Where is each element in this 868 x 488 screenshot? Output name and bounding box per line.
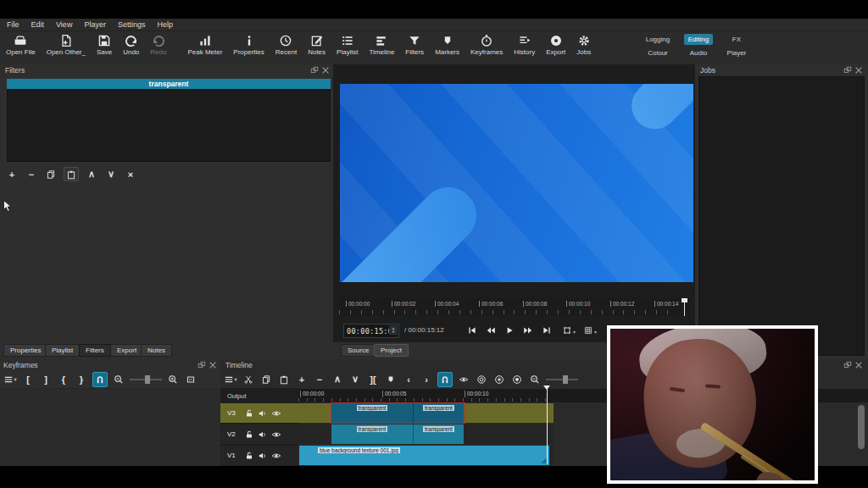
filters-button[interactable]: Filters	[403, 33, 426, 57]
timeline-button[interactable]: Timeline	[366, 33, 397, 57]
layout-editing-button[interactable]: Editing	[684, 34, 713, 45]
keyframes-snap-button[interactable]	[92, 372, 108, 387]
output-track-label[interactable]: Output	[227, 392, 247, 400]
append-button[interactable]: +	[295, 373, 309, 386]
ripple-markers-button[interactable]	[510, 373, 524, 386]
remove-filter-button[interactable]: −	[25, 168, 38, 180]
ripple-delete-button[interactable]: −	[313, 373, 326, 386]
player-ruler[interactable]: 00:00:00 00:00:02 00:00:04 00:00:06 00:0…	[339, 298, 689, 316]
track-head-v3[interactable]: V3	[220, 403, 298, 423]
skip-start-button[interactable]	[465, 323, 480, 338]
overwrite-button[interactable]: ∨	[348, 373, 362, 386]
close-panel-icon[interactable]	[854, 361, 863, 369]
layout-logging-button[interactable]: Logging	[642, 34, 674, 45]
split-button[interactable]: ][	[366, 373, 380, 386]
set-filter-start-button[interactable]: [	[21, 373, 35, 386]
cut-button[interactable]	[242, 373, 255, 386]
keyframes-zoom-in-button[interactable]	[166, 373, 180, 386]
paste-button[interactable]	[277, 373, 291, 386]
keyframes-zoom-out-button[interactable]	[112, 373, 125, 386]
rewind-button[interactable]	[483, 323, 498, 338]
keyframes-zoom-fit-button[interactable]	[184, 373, 198, 386]
hide-eye-icon[interactable]	[271, 451, 281, 461]
layout-player-button[interactable]: Player	[723, 47, 751, 58]
timeline-zoom-out-button[interactable]	[528, 373, 542, 386]
deselect-filter-button[interactable]: ×	[124, 168, 137, 180]
keyframes-area[interactable]	[0, 388, 220, 465]
export-button[interactable]: Export	[543, 33, 568, 57]
player-playhead[interactable]	[684, 298, 685, 316]
keyframes-button[interactable]: Keyframes	[468, 33, 505, 57]
clip-transparent[interactable]: transparent	[414, 403, 464, 423]
set-filter-end-button[interactable]: ]	[39, 373, 53, 386]
slider-thumb[interactable]	[563, 375, 568, 384]
layout-audio-button[interactable]: Audio	[686, 47, 711, 58]
jobs-button[interactable]: Jobs	[574, 33, 593, 57]
video-preview[interactable]	[340, 84, 693, 282]
lift-button[interactable]: ∧	[331, 373, 344, 386]
copy-filter-button[interactable]	[44, 168, 58, 180]
menu-edit[interactable]: Edit	[31, 20, 45, 29]
open-file-button[interactable]: Open File	[3, 33, 38, 57]
previous-marker-button[interactable]: ‹	[402, 373, 415, 386]
mute-speaker-icon[interactable]	[258, 430, 268, 440]
keyframes-menu-button[interactable]: ▾	[3, 373, 17, 386]
mute-speaker-icon[interactable]	[258, 408, 268, 419]
chevron-down-icon[interactable]: ▾	[594, 329, 597, 335]
set-second-keyframe-button[interactable]: }	[75, 373, 88, 386]
close-panel-icon[interactable]	[854, 66, 863, 75]
timeline-playhead[interactable]	[547, 388, 548, 464]
menu-settings[interactable]: Settings	[118, 20, 146, 29]
set-first-keyframe-button[interactable]: {	[57, 373, 70, 386]
save-button[interactable]: Save	[94, 33, 114, 57]
timeline-menu-button[interactable]: ▾	[224, 373, 237, 386]
open-other-button[interactable]: Open Other_	[44, 33, 88, 57]
close-panel-icon[interactable]	[209, 361, 217, 369]
fast-forward-button[interactable]	[520, 323, 536, 338]
float-panel-icon[interactable]	[310, 66, 319, 75]
play-button[interactable]	[502, 323, 517, 338]
selected-filter-header[interactable]: transparent	[7, 79, 331, 89]
layout-colour-button[interactable]: Colour	[643, 47, 672, 58]
close-panel-icon[interactable]	[321, 66, 330, 75]
paste-filter-button[interactable]	[64, 167, 79, 181]
playlist-button[interactable]: Playlist	[334, 33, 360, 57]
ripple-all-tracks-button[interactable]	[492, 373, 506, 386]
markers-button[interactable]: Markers	[432, 33, 462, 57]
vertical-scrollbar[interactable]	[858, 405, 865, 449]
clip-transparent[interactable]: transparent	[331, 403, 414, 423]
properties-button[interactable]: Properties	[231, 33, 266, 57]
clip-blue-background-texture[interactable]: blue background texture 001.jpg	[299, 446, 549, 465]
track-head-v2[interactable]: V2	[220, 424, 298, 444]
tab-filters[interactable]: Filters	[79, 344, 111, 357]
tab-export[interactable]: Export	[110, 344, 143, 357]
tab-project[interactable]: Project	[374, 344, 409, 357]
copy-button[interactable]	[259, 373, 273, 386]
hide-eye-icon[interactable]	[271, 430, 281, 440]
peak-meter-button[interactable]: Peak Meter	[185, 33, 225, 57]
lock-icon[interactable]	[244, 430, 254, 440]
snap-button[interactable]	[437, 372, 453, 387]
clip-transparent[interactable]: transparent	[414, 424, 464, 444]
layout-fx-button[interactable]: FX	[728, 34, 745, 45]
next-marker-button[interactable]: ›	[420, 373, 433, 386]
hide-eye-icon[interactable]	[271, 408, 281, 419]
lock-icon[interactable]	[244, 451, 254, 461]
tab-properties[interactable]: Properties	[3, 344, 47, 357]
tab-source[interactable]: Source	[341, 344, 376, 357]
move-filter-up-button[interactable]: ∧	[85, 168, 98, 180]
filter-list[interactable]	[7, 89, 331, 162]
skip-end-button[interactable]	[539, 323, 554, 338]
menu-help[interactable]: Help	[157, 20, 173, 29]
menu-player[interactable]: Player	[84, 20, 106, 29]
timecode-field[interactable]: 00:00:15:04 ▲ ▼	[343, 324, 399, 338]
float-panel-icon[interactable]	[843, 361, 852, 369]
tab-playlist[interactable]: Playlist	[45, 344, 80, 357]
ripple-button[interactable]	[475, 373, 488, 386]
history-button[interactable]: History	[511, 33, 537, 57]
timeline-zoom-slider[interactable]	[546, 379, 578, 380]
menu-view[interactable]: View	[56, 20, 72, 29]
lock-icon[interactable]	[244, 408, 254, 419]
timecode-spinner[interactable]: ▲ ▼	[389, 325, 398, 335]
clip-transparent[interactable]: transparent	[331, 424, 414, 444]
